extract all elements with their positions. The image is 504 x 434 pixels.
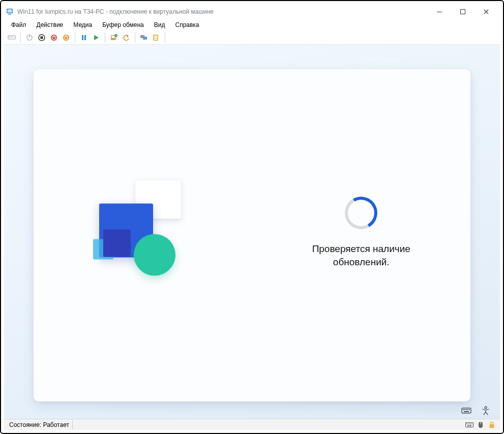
oobe-illustration — [87, 177, 199, 289]
revert-icon[interactable] — [121, 32, 132, 43]
menubar: Файл Действие Медиа Буфер обмена Вид Спр… — [4, 19, 500, 30]
svg-rect-34 — [464, 409, 465, 410]
svg-rect-20 — [84, 35, 86, 40]
toolbar-separator — [20, 33, 21, 43]
svg-marker-21 — [94, 35, 99, 40]
svg-rect-30 — [154, 37, 157, 38]
menu-action[interactable]: Действие — [32, 19, 69, 30]
svg-rect-31 — [154, 39, 157, 40]
menu-media[interactable]: Медиа — [68, 19, 97, 30]
menu-help[interactable]: Справка — [170, 19, 204, 30]
share-icon[interactable] — [151, 32, 162, 43]
viewport-corner-controls — [461, 406, 491, 416]
oobe-status-text: Проверяется наличие обновлений. — [312, 242, 410, 268]
svg-rect-19 — [82, 35, 83, 40]
toolbar — [4, 30, 500, 45]
toolbar-separator — [135, 33, 135, 43]
menu-view[interactable]: Вид — [149, 19, 170, 30]
toolbar-separator — [105, 33, 105, 43]
vm-connection-window: Win11 for lumpics.ru на T34-PC - подключ… — [4, 4, 500, 430]
svg-rect-33 — [463, 409, 464, 410]
svg-rect-3 — [437, 12, 442, 12]
minimize-button[interactable] — [428, 4, 451, 19]
checkpoint-icon[interactable] — [108, 32, 120, 43]
menu-clipboard[interactable]: Буфер обмена — [97, 19, 149, 30]
mouse-tray-icon — [477, 421, 485, 429]
svg-rect-42 — [466, 423, 467, 424]
toolbar-separator — [165, 33, 165, 43]
stop-icon[interactable] — [36, 32, 47, 43]
toolbar-separator — [75, 33, 75, 43]
svg-rect-49 — [490, 424, 494, 428]
screenshot-frame: Win11 for lumpics.ru на T34-PC - подключ… — [0, 0, 504, 434]
oobe-status-pane: Проверяется наличие обновлений. — [252, 69, 471, 401]
accessibility-icon[interactable] — [481, 406, 491, 416]
start-icon[interactable] — [91, 32, 102, 43]
oobe-card: Проверяется наличие обновлений. — [34, 69, 470, 401]
statusbar-tray — [463, 421, 498, 429]
menu-file[interactable]: Файл — [6, 19, 32, 30]
keyboard-tray-icon — [465, 421, 473, 429]
svg-rect-43 — [468, 423, 469, 424]
power-off-icon[interactable] — [24, 32, 35, 43]
oobe-illustration-pane — [34, 69, 252, 401]
svg-rect-2 — [8, 14, 11, 15]
keyboard-icon[interactable] — [461, 406, 471, 416]
shutdown-icon[interactable] — [48, 32, 60, 43]
enhanced-session-icon[interactable] — [138, 32, 150, 43]
window-controls — [428, 4, 498, 19]
svg-rect-46 — [471, 423, 472, 424]
titlebar: Win11 for lumpics.ru на T34-PC - подключ… — [4, 4, 500, 19]
svg-rect-7 — [11, 37, 12, 38]
svg-rect-32 — [462, 408, 471, 413]
ctrl-alt-del-icon[interactable] — [6, 32, 17, 43]
window-title: Win11 for lumpics.ru на T34-PC - подключ… — [17, 8, 428, 15]
progress-spinner-icon — [341, 193, 381, 233]
svg-rect-41 — [467, 425, 471, 426]
statusbar: Состояние: Работает — [4, 419, 500, 430]
status-state-label: Состояние: Работает — [6, 420, 73, 429]
shape-teal-circle — [134, 234, 175, 276]
reset-icon[interactable] — [61, 32, 72, 43]
app-icon — [6, 8, 14, 16]
svg-rect-37 — [469, 409, 470, 410]
svg-rect-4 — [461, 10, 465, 14]
close-button[interactable] — [475, 4, 498, 19]
shape-navy-square — [103, 230, 131, 257]
svg-rect-38 — [464, 411, 469, 412]
svg-rect-6 — [9, 37, 10, 38]
svg-rect-8 — [12, 37, 13, 38]
svg-rect-44 — [469, 423, 470, 424]
svg-rect-1 — [8, 10, 12, 13]
vm-viewport: Проверяется наличие обновлений. — [4, 45, 500, 419]
pause-icon[interactable] — [78, 32, 90, 43]
svg-rect-45 — [470, 423, 471, 424]
svg-point-39 — [485, 407, 487, 409]
svg-rect-35 — [466, 409, 467, 410]
svg-rect-40 — [466, 422, 473, 427]
lock-tray-icon — [488, 421, 496, 429]
svg-rect-36 — [467, 409, 468, 410]
maximize-button[interactable] — [451, 4, 475, 19]
svg-rect-27 — [143, 37, 147, 40]
svg-rect-29 — [154, 36, 157, 37]
svg-rect-12 — [41, 36, 43, 39]
